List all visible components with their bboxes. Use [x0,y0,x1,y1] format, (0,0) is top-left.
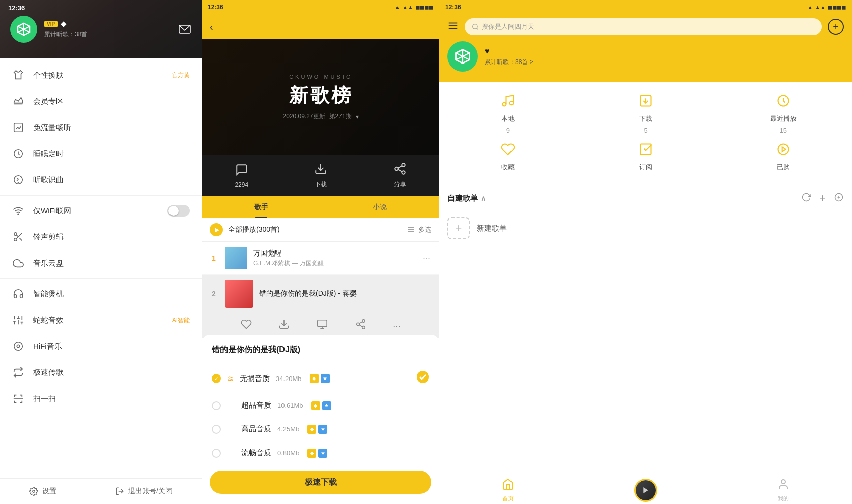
sidebar-item-transfer[interactable]: 极速传歌 [0,359,202,386]
divider2 [0,278,202,279]
song-info: 错的是你伤的是我(DJ版) - 蒋婴 [259,289,432,298]
sidebar-item-scan[interactable]: 扫一扫 [0,386,202,412]
new-playlist-item[interactable]: + 新建歌单 [439,210,852,246]
local-label: 本地 [501,114,515,123]
waveform-icon: ≋ [227,374,234,384]
quality-size: 0.80Mb [277,449,299,457]
download-song-icon[interactable] [278,319,290,333]
profile-avatar[interactable] [447,41,478,72]
status-icons: ▲▲▲◼◼◼◼ [394,4,433,11]
home-label: 首页 [502,495,514,502]
skin-label: 个性换肤 [33,71,162,80]
download-action[interactable]: 下载 [314,162,327,189]
recent-play-icon [776,94,790,111]
sidebar-item-equalizer[interactable]: 蛇蛇音效 AI智能 [0,307,202,333]
quality-super[interactable]: 超品音质 10.61Mb ◆ ★ [202,394,439,417]
sidebar-item-skin[interactable]: 个性换肤 官方黄 [0,62,202,88]
avatar[interactable] [10,16,37,43]
ringtone-label: 铃声剪辑 [33,232,190,242]
stat-collect[interactable]: 收藏 [439,138,577,176]
share-song-icon[interactable] [355,319,366,333]
tab-singer[interactable]: 歌手 [202,196,321,218]
sidebar-item-sleep[interactable]: 睡眠定时 [0,141,202,167]
more-playlists-icon[interactable] [834,192,844,205]
wifi-toggle[interactable] [167,205,190,217]
play-all-button[interactable]: ▶ [210,223,223,236]
vip-diamond: ◆ [311,401,320,410]
header-time: 12:36 [8,4,25,12]
search-bar[interactable]: 搜你是人间四月天 [465,18,822,35]
comment-icon [235,163,248,179]
multiselect-button[interactable]: 多选 [418,225,431,234]
modal-title: 错的是你伤的是我(DJ版) [202,345,439,363]
sidebar-item-cloud[interactable]: 音乐云盘 [0,250,202,276]
sidebar-item-free[interactable]: 免流量畅听 [0,114,202,141]
stat-recent[interactable]: 最近播放 15 [714,90,852,138]
quality-normal[interactable]: 流畅音质 0.80Mb ◆ ★ [202,441,439,465]
nav-mine[interactable]: 我的 [714,478,852,502]
vip-badge-icon: ◆ ★ [307,425,327,434]
new-playlist-label: 新建歌单 [477,224,507,233]
comment-count: 2294 [235,181,248,188]
svg-line-50 [477,28,478,30]
quality-lossless[interactable]: ≋ 无损音质 34.20Mb ◆ ★ [202,363,439,394]
section-title: 自建歌单 ∧ [447,194,486,203]
sidebar-item-wifi[interactable]: 仅WiFi联网 [0,198,202,224]
smart-label: 智能煲机 [33,289,190,299]
scissors-icon [12,231,24,243]
add-playlist-icon[interactable]: + [819,192,826,205]
back-icon[interactable]: ‹ [210,21,213,33]
more-song-icon[interactable]: ··· [393,321,401,331]
sidebar-item-smart[interactable]: 智能煲机 [0,281,202,307]
sidebar-item-hifi[interactable]: HiFi音乐 [0,333,202,359]
selected-checkmark-icon [416,370,429,387]
tab-novel[interactable]: 小说 [321,196,440,218]
like-icon[interactable] [241,319,252,333]
svg-point-41 [356,323,359,326]
stat-purchased[interactable]: 已购 [714,138,852,176]
svg-point-9 [18,214,19,215]
radio-normal [212,449,221,458]
song-item-expanded[interactable]: 2 错的是你伤的是我(DJ版) - 蒋婴 [202,275,439,313]
profile-listen-count: 累计听歌：38首 > [485,58,844,67]
chart-logo: CKUWO MUSIC [289,74,352,80]
menu-icon[interactable] [447,20,459,34]
nav-home[interactable]: 首页 [439,478,577,502]
song-more-button[interactable]: ··· [421,251,432,266]
panel2-time: 12:36 [208,4,223,11]
add-button[interactable]: + [828,19,844,35]
stat-download[interactable]: 下载 5 [577,90,715,138]
vip-label: 会员专区 [33,97,190,106]
stat-subscribe[interactable]: 订阅 [577,138,715,176]
fast-download-button[interactable]: 极速下载 [210,471,431,494]
share-action[interactable]: 分享 [393,162,407,189]
panel3-header: 搜你是人间四月天 + [439,14,852,35]
player-thumbnail[interactable] [634,479,657,502]
stat-local[interactable]: 本地 9 [439,90,577,138]
stats-grid: 本地 9 下载 5 最近播放 15 [439,82,852,184]
nav-player[interactable] [577,479,715,502]
comment-action[interactable]: 2294 [235,163,248,188]
mv-icon[interactable] [317,319,328,333]
collect-icon [501,142,515,160]
section-actions: + [801,192,844,205]
quality-label: 无损音质 [240,374,270,384]
wifi-icon [12,205,24,217]
logout-item[interactable]: 退出账号/关闭 [115,487,173,496]
vip-badge: VIP [44,21,58,27]
sidebar-item-vip[interactable]: 会员专区 [0,88,202,114]
sidebar-item-ringtone[interactable]: 铃声剪辑 [0,224,202,250]
settings-item[interactable]: 设置 [29,487,56,496]
sidebar-item-shazam[interactable]: 听歌识曲 [0,167,202,193]
svg-point-24 [14,342,23,351]
svg-point-67 [781,480,785,484]
quality-label: 流畅音质 [241,448,271,458]
svg-point-27 [33,490,35,493]
refresh-icon[interactable] [801,192,811,205]
quality-high[interactable]: 高品音质 4.25Mb ◆ ★ [202,417,439,441]
mail-icon[interactable] [178,22,192,36]
transfer-icon [12,366,24,379]
song-item[interactable]: 1 万国觉醒 G.E.M.邓紫棋 — 万国觉醒 ··· [202,242,439,275]
transfer-label: 极速传歌 [33,368,190,377]
star-icon: ★ [318,425,327,434]
